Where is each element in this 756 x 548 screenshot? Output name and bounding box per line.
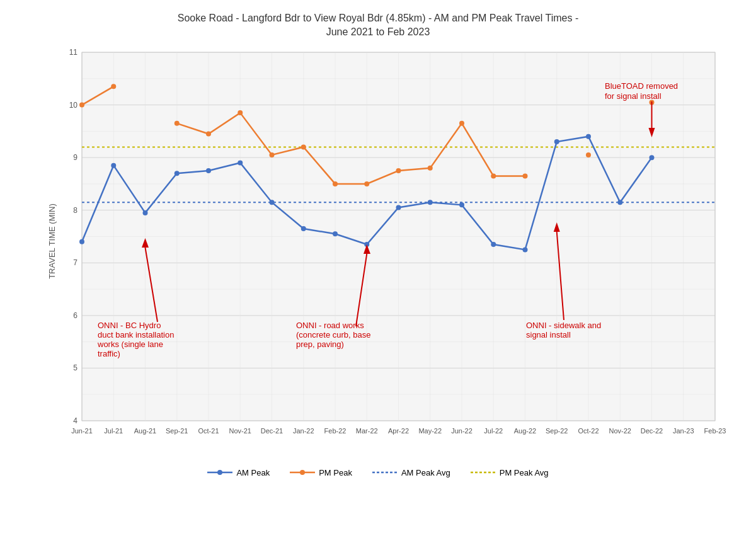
chart-area: 11 10 9 8 7 6 5 4 TRAVEL TIME (MIN) Jun-… [47,46,740,462]
pm-peak-legend-icon [290,469,315,476]
svg-text:Aug-22: Aug-22 [514,427,536,435]
svg-point-102 [523,173,528,178]
svg-text:7: 7 [73,258,77,267]
svg-text:Jan-23: Jan-23 [673,427,694,435]
svg-text:8: 8 [73,205,77,214]
svg-text:Nov-21: Nov-21 [229,427,251,435]
svg-text:Dec-21: Dec-21 [261,427,283,435]
legend-pm-peak: PM Peak [290,468,352,477]
svg-text:Dec-22: Dec-22 [641,427,663,435]
svg-point-127 [300,470,305,475]
svg-text:5: 5 [73,363,77,372]
svg-text:Jul-22: Jul-22 [484,427,503,435]
svg-point-87 [617,200,622,205]
svg-point-73 [175,171,180,176]
svg-text:6: 6 [73,311,77,320]
svg-text:Mar-22: Mar-22 [356,427,378,435]
chart-container: Sooke Road - Langford Bdr to View Royal … [0,0,756,548]
svg-text:Sep-21: Sep-21 [166,427,188,435]
svg-point-83 [491,242,496,247]
svg-text:Jul-21: Jul-21 [104,427,123,435]
svg-point-74 [206,168,211,173]
am-peak-legend-icon [207,469,232,476]
svg-text:TRAVEL TIME (MIN): TRAVEL TIME (MIN) [47,203,57,279]
svg-point-81 [428,200,433,205]
svg-point-72 [143,210,148,215]
svg-text:May-22: May-22 [418,427,442,435]
svg-text:Oct-21: Oct-21 [198,427,219,435]
title-line2: June 2021 to Feb 2023 [178,25,578,39]
svg-text:4: 4 [73,416,77,425]
svg-text:for signal install: for signal install [605,91,662,101]
legend-am-avg: AM Peak Avg [372,468,450,477]
svg-text:BlueTOAD removed: BlueTOAD removed [605,81,678,91]
svg-point-77 [301,226,306,231]
legend-pm-avg-label: PM Peak Avg [500,468,549,477]
am-avg-legend-icon [372,469,398,476]
svg-text:Jun-22: Jun-22 [451,427,472,435]
svg-point-89 [79,102,84,107]
svg-text:Feb-22: Feb-22 [324,427,346,435]
svg-point-82 [459,202,464,207]
svg-point-92 [206,131,211,136]
svg-point-95 [301,144,306,149]
svg-text:Jan-22: Jan-22 [293,427,314,435]
svg-text:Feb-23: Feb-23 [704,427,726,435]
svg-point-94 [270,152,275,157]
svg-text:Nov-22: Nov-22 [609,427,631,435]
svg-text:11: 11 [69,48,78,57]
pm-avg-legend-icon [471,469,496,476]
svg-point-80 [396,205,401,210]
svg-text:traffic): traffic) [98,349,120,358]
title-line1: Sooke Road - Langford Bdr to View Royal … [178,11,578,25]
svg-point-71 [111,163,116,168]
svg-text:ONNI - road works: ONNI - road works [296,321,364,330]
chart-legend: AM Peak PM Peak AM Peak Avg PM Peak Avg [207,468,548,477]
svg-text:signal install: signal install [526,330,571,340]
svg-text:Sep-22: Sep-22 [546,427,568,435]
svg-point-75 [238,160,243,165]
svg-text:9: 9 [73,153,77,162]
svg-point-96 [333,181,338,186]
svg-point-90 [111,84,116,89]
legend-am-peak: AM Peak [207,468,270,477]
svg-point-84 [523,247,528,252]
svg-text:(concrete curb, base: (concrete curb, base [296,330,371,340]
svg-text:duct bank installation: duct bank installation [98,330,174,340]
svg-point-91 [175,121,180,126]
svg-text:Aug-21: Aug-21 [134,427,156,435]
svg-text:ONNI - sidewalk and: ONNI - sidewalk and [526,321,601,330]
chart-title: Sooke Road - Langford Bdr to View Royal … [178,11,578,40]
svg-point-100 [459,121,464,126]
svg-point-86 [586,134,591,139]
legend-pm-peak-label: PM Peak [319,468,352,477]
svg-point-70 [79,239,84,244]
svg-text:ONNI - BC Hydro: ONNI - BC Hydro [98,321,161,330]
svg-point-103 [586,152,591,157]
svg-point-76 [270,200,275,205]
svg-point-97 [364,181,369,186]
svg-point-93 [238,110,243,115]
legend-pm-avg: PM Peak Avg [471,468,549,477]
svg-text:Jun-21: Jun-21 [71,427,93,435]
svg-point-85 [554,139,559,144]
legend-am-peak-label: AM Peak [236,468,270,477]
svg-text:Apr-22: Apr-22 [388,427,409,435]
svg-point-99 [428,166,433,171]
svg-text:works (single lane: works (single lane [97,340,163,349]
svg-point-88 [650,155,655,160]
svg-text:Oct-22: Oct-22 [578,427,598,435]
svg-point-98 [396,168,401,173]
svg-text:10: 10 [69,100,78,109]
legend-am-avg-label: AM Peak Avg [401,468,450,477]
svg-point-101 [491,173,496,178]
svg-point-125 [217,470,222,475]
svg-text:prep, paving): prep, paving) [296,340,344,349]
svg-point-78 [333,231,338,236]
chart-svg: 11 10 9 8 7 6 5 4 TRAVEL TIME (MIN) Jun-… [47,46,740,462]
